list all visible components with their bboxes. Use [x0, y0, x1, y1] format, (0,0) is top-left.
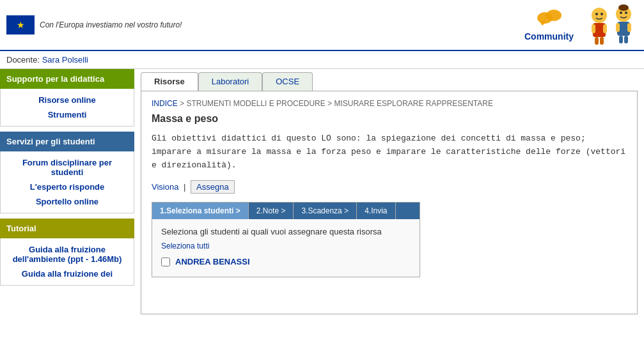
- breadcrumb-indice[interactable]: INDICE: [152, 99, 178, 108]
- student-checkbox[interactable]: [161, 257, 170, 266]
- visiona-link[interactable]: Visiona: [152, 182, 178, 192]
- content-panel: INDICE > STRUMENTI MODELLI E PROCEDURE >…: [141, 91, 638, 314]
- seleziona-tutti-link[interactable]: Seleziona tutti: [161, 242, 411, 250]
- wizard-step-3[interactable]: 3.Scadenza >: [294, 203, 357, 219]
- page-description: Gli obiettivi didattici di questo LO son…: [152, 132, 627, 172]
- student-name-link[interactable]: ANDREA BENASSI: [175, 257, 250, 266]
- sidebar-item-sportello: Sportello online: [1, 194, 134, 209]
- breadcrumb-sep2: >: [327, 99, 332, 108]
- student-item: ANDREA BENASSI: [161, 254, 411, 269]
- tab-risorse[interactable]: Risorse: [141, 72, 198, 91]
- svg-rect-8: [603, 24, 607, 33]
- community-link[interactable]: Community: [524, 9, 574, 42]
- community-area: Community: [524, 9, 574, 42]
- wizard-step-1[interactable]: 1.Seleziona studenti >: [152, 203, 249, 219]
- eu-flag-icon: ★: [6, 15, 35, 35]
- sidebar-section-tutorial: Tutorial Guida alla fruizione dell'ambie…: [0, 219, 134, 286]
- main-layout: Supporto per la didattica Risorse online…: [0, 69, 644, 361]
- topbar: ★ Con l'Europa investiamo nel vostro fut…: [0, 0, 644, 51]
- characters-illustration: [586, 3, 638, 47]
- sidebar-items-supporto: Risorse online Strumenti: [0, 89, 134, 127]
- tab-laboratori[interactable]: Laboratori: [198, 72, 263, 91]
- docente-name-link[interactable]: Sara Polselli: [42, 55, 88, 65]
- assegna-link[interactable]: Assegna: [191, 180, 235, 194]
- svg-rect-18: [624, 36, 628, 43]
- svg-point-5: [592, 8, 607, 23]
- student-list: ANDREA BENASSI: [161, 254, 411, 269]
- sidebar-items-tutorial: Guida alla fruizione dell'ambiente (ppt …: [0, 238, 134, 286]
- wizard-step-4[interactable]: 4.Invia: [357, 203, 395, 219]
- speech-bubbles-icon: [533, 9, 565, 31]
- breadcrumb-part1: STRUMENTI MODELLI E PROCEDURE: [186, 99, 325, 108]
- svg-rect-17: [619, 36, 623, 43]
- svg-marker-4: [540, 22, 546, 26]
- tab-ocse[interactable]: OCSE: [262, 72, 313, 91]
- sidebar-item-esperto: L'esperto risponde: [1, 180, 134, 194]
- breadcrumb-sep1: >: [180, 99, 184, 108]
- svg-point-21: [618, 4, 629, 11]
- svg-rect-9: [595, 37, 599, 45]
- sidebar: Supporto per la didattica Risorse online…: [0, 69, 134, 361]
- assignment-wizard: 1.Seleziona studenti > 2.Note > 3.Scaden…: [152, 202, 420, 277]
- wizard-instruction: Seleziona gli studenti ai quali vuoi ass…: [161, 227, 411, 236]
- svg-point-20: [625, 12, 627, 14]
- svg-rect-7: [592, 24, 595, 33]
- docente-bar: Docente: Sara Polselli: [0, 51, 644, 69]
- wizard-body: Seleziona gli studenti ai quali vuoi ass…: [152, 219, 420, 277]
- docente-colon: :: [37, 55, 42, 65]
- wizard-steps: 1.Seleziona studenti > 2.Note > 3.Scaden…: [152, 203, 420, 219]
- eu-text: Con l'Europa investiamo nel vostro futur…: [40, 20, 182, 29]
- svg-rect-16: [627, 23, 631, 32]
- page-title: Massa e peso: [152, 113, 627, 125]
- action-links: Visiona | Assegna: [152, 182, 627, 192]
- svg-rect-15: [616, 23, 620, 32]
- svg-rect-10: [600, 37, 604, 45]
- sidebar-item-guida1: Guida alla fruizione dell'ambiente (ppt …: [1, 242, 134, 266]
- svg-text:★: ★: [17, 20, 25, 30]
- sidebar-link-strumenti[interactable]: Strumenti: [11, 110, 123, 119]
- topbar-left: ★ Con l'Europa investiamo nel vostro fut…: [6, 15, 182, 35]
- sidebar-header-tutorial: Tutorial: [0, 219, 134, 238]
- sidebar-item-forum: Forum disciplinare per studenti: [1, 155, 134, 180]
- sidebar-link-sportello[interactable]: Sportello online: [11, 197, 123, 206]
- wizard-step-2[interactable]: 2.Note >: [249, 203, 294, 219]
- svg-point-11: [595, 13, 598, 15]
- sidebar-link-esperto[interactable]: L'esperto risponde: [11, 182, 123, 192]
- sidebar-header-supporto: Supporto per la didattica: [0, 69, 134, 89]
- sidebar-section-servizi: Servizi per gli studenti Forum disciplin…: [0, 132, 134, 213]
- sidebar-item-strumenti: Strumenti: [1, 107, 134, 122]
- sidebar-link-guida2[interactable]: Guida alla fruizione dei: [11, 269, 123, 279]
- sidebar-link-guida1[interactable]: Guida alla fruizione dell'ambiente (ppt …: [11, 245, 123, 264]
- sidebar-link-forum[interactable]: Forum disciplinare per studenti: [11, 158, 123, 177]
- sidebar-items-servizi: Forum disciplinare per studenti L'espert…: [0, 151, 134, 213]
- sidebar-link-risorse-online[interactable]: Risorse online: [11, 95, 123, 105]
- community-label: Community: [524, 31, 574, 42]
- sidebar-header-servizi: Servizi per gli studenti: [0, 132, 134, 151]
- svg-point-19: [620, 12, 622, 14]
- sidebar-item-risorse: Risorse online: [1, 93, 134, 107]
- docente-label: Docente: [6, 55, 37, 65]
- breadcrumb-part2: MISURARE ESPLORARE RAPPRESENTARE: [334, 99, 493, 108]
- svg-point-3: [546, 10, 562, 21]
- topbar-right: Community: [524, 3, 638, 47]
- breadcrumb: INDICE > STRUMENTI MODELLI E PROCEDURE >…: [152, 99, 627, 108]
- svg-point-12: [601, 13, 603, 15]
- sidebar-section-supporto: Supporto per la didattica Risorse online…: [0, 69, 134, 127]
- action-separator: |: [184, 182, 185, 192]
- sidebar-item-guida2: Guida alla fruizione dei: [1, 266, 134, 281]
- content-area: Risorse Laboratori OCSE INDICE > STRUMEN…: [134, 69, 644, 361]
- tabs: Risorse Laboratori OCSE: [141, 69, 638, 91]
